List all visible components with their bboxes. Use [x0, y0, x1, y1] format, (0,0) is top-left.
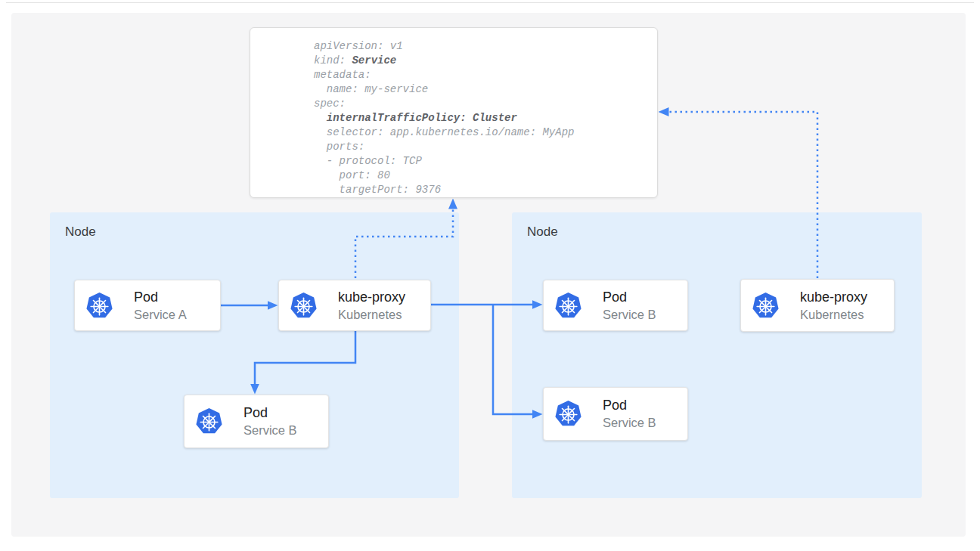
yaml-line: kind: Service	[314, 54, 657, 68]
kubernetes-icon	[85, 292, 113, 320]
card-subtitle: Service B	[243, 423, 297, 438]
yaml-line: apiVersion: v1	[314, 39, 657, 54]
yaml-line: ports:	[314, 140, 657, 154]
card-subtitle: Service A	[134, 307, 187, 323]
card-title: Pod	[134, 289, 187, 305]
card-title: Pod	[603, 289, 656, 305]
kubernetes-icon	[195, 407, 223, 435]
yaml-line: internalTrafficPolicy: Cluster	[314, 111, 657, 125]
kube-proxy-card-right: kube-proxy Kubernetes	[740, 279, 895, 332]
pod-card-service-a: Pod Service A	[74, 280, 221, 331]
node-box-left: Node	[50, 212, 459, 498]
service-yaml-panel: apiVersion: v1kind: Servicemetadata: nam…	[250, 27, 658, 198]
yaml-line: selector: app.kubernetes.io/name: MyApp	[314, 125, 657, 140]
kubernetes-icon	[752, 292, 780, 320]
yaml-line: targetPort: 9376	[314, 183, 657, 197]
yaml-line: spec:	[314, 97, 657, 111]
pod-card-service-b-right-bottom: Pod Service B	[543, 387, 688, 441]
kube-proxy-card-left: kube-proxy Kubernetes	[278, 280, 431, 331]
kubernetes-icon	[554, 400, 582, 428]
pod-card-service-b-right-top: Pod Service B	[543, 280, 688, 331]
card-subtitle: Kubernetes	[800, 307, 867, 323]
card-title: kube-proxy	[338, 289, 405, 305]
node-label: Node	[50, 212, 459, 240]
card-subtitle: Service B	[603, 415, 656, 431]
kubernetes-icon	[554, 292, 582, 320]
node-label: Node	[512, 212, 922, 240]
top-divider	[6, 2, 974, 3]
pod-card-service-b-left: Pod Service B	[184, 395, 329, 448]
yaml-code-block: apiVersion: v1kind: Servicemetadata: nam…	[314, 39, 657, 197]
diagram-canvas: Node Node apiVersion: v1kind: Servicemet…	[0, 0, 980, 551]
card-title: Pod	[603, 397, 656, 413]
kubernetes-icon	[290, 292, 318, 320]
card-subtitle: Service B	[603, 307, 656, 323]
yaml-line: - protocol: TCP	[314, 154, 657, 169]
yaml-line: metadata:	[314, 68, 657, 82]
card-title: Pod	[243, 404, 297, 421]
node-box-right: Node	[512, 212, 922, 498]
yaml-line: port: 80	[314, 169, 657, 183]
card-subtitle: Kubernetes	[338, 307, 405, 323]
yaml-line: name: my-service	[314, 82, 657, 97]
card-title: kube-proxy	[800, 289, 867, 305]
